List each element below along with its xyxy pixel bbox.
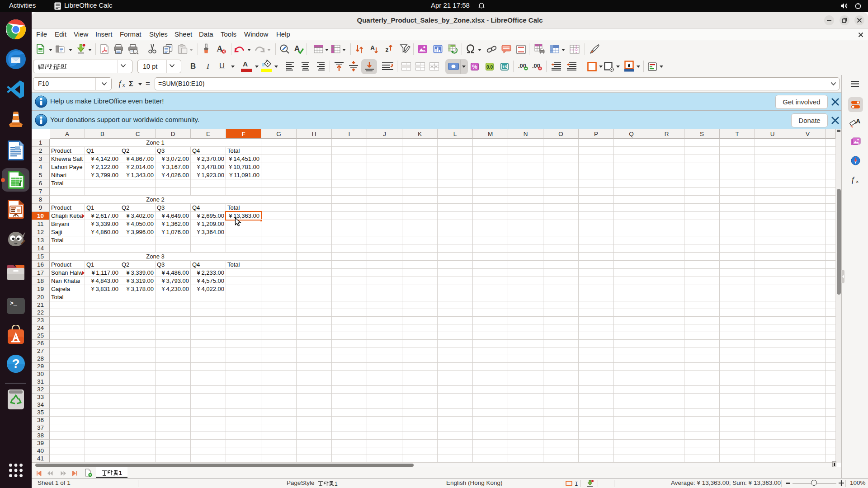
svg-text:A: A	[856, 118, 860, 125]
svg-text:1: 1	[119, 470, 122, 476]
svg-text:I: I	[575, 481, 578, 487]
svg-text:×: ×	[856, 179, 859, 184]
svg-text:1: 1	[335, 481, 338, 487]
svg-text:f: f	[852, 175, 855, 184]
svg-text:?: ?	[12, 357, 19, 371]
svg-text:>_: >_	[10, 300, 17, 307]
